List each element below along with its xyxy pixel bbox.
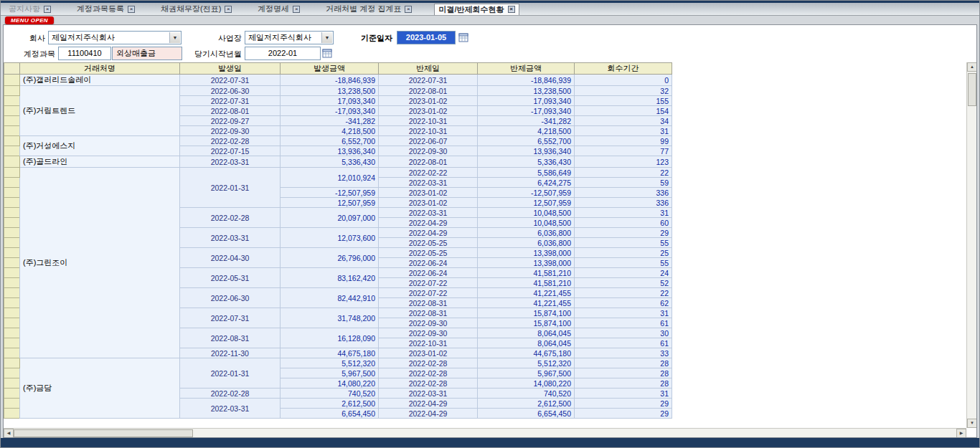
settle-amount-cell[interactable]: 2,612,500 <box>478 399 575 409</box>
settle-amount-cell[interactable]: 41,221,455 <box>478 298 575 308</box>
collect-days-cell[interactable]: 336 <box>575 188 672 198</box>
row-selector[interactable] <box>4 198 20 208</box>
occur-amount-cell[interactable]: 44,675,180 <box>281 348 379 358</box>
settle-amount-cell[interactable]: 6,424,275 <box>478 178 575 188</box>
row-selector[interactable] <box>4 378 20 389</box>
settle-date-cell[interactable]: 2022-05-25 <box>379 238 478 248</box>
settle-date-cell[interactable]: 2022-09-30 <box>379 146 478 156</box>
settle-date-cell[interactable]: 2022-04-29 <box>379 218 478 228</box>
tab-close-icon[interactable]: × <box>225 6 232 13</box>
customer-cell[interactable]: (주)골드라인 <box>20 156 180 168</box>
tab-1[interactable]: 계정과목등록× <box>73 4 138 15</box>
settle-date-cell[interactable]: 2022-07-31 <box>379 75 478 86</box>
settle-date-cell[interactable]: 2022-02-28 <box>379 368 478 378</box>
vertical-scroll-thumb[interactable] <box>968 73 976 106</box>
settle-date-cell[interactable]: 2022-02-22 <box>379 168 478 178</box>
occur-amount-cell[interactable]: -18,846,939 <box>281 75 379 86</box>
settle-amount-cell[interactable]: 4,218,500 <box>478 126 575 136</box>
occur-amount-cell[interactable]: 4,218,500 <box>281 126 379 136</box>
tab-close-icon[interactable]: × <box>44 6 51 13</box>
start-month-input[interactable]: 2022-01 <box>245 47 321 60</box>
settle-amount-cell[interactable]: -17,093,340 <box>478 106 575 116</box>
collect-days-cell[interactable]: 31 <box>575 126 672 136</box>
occur-date-cell[interactable]: 2022-03-31 <box>180 228 281 248</box>
occur-date-cell[interactable]: 2022-07-15 <box>180 146 281 156</box>
row-selector[interactable] <box>4 348 20 358</box>
occur-date-cell[interactable]: 2022-03-31 <box>180 399 281 419</box>
chevron-down-icon[interactable]: ▼ <box>169 32 180 43</box>
settle-date-cell[interactable]: 2022-06-24 <box>379 258 478 268</box>
collect-days-cell[interactable]: 28 <box>575 368 672 378</box>
row-selector[interactable] <box>4 126 20 136</box>
tab-5[interactable]: 미결/반제회수현황× <box>434 4 519 15</box>
collect-days-cell[interactable]: 0 <box>575 75 672 86</box>
tab-close-icon[interactable]: × <box>128 6 135 13</box>
customer-cell[interactable]: (주)금담 <box>20 358 180 419</box>
occur-date-cell[interactable]: 2022-02-28 <box>180 389 281 399</box>
settle-date-cell[interactable]: 2022-08-01 <box>379 86 478 96</box>
settle-amount-cell[interactable]: 6,036,800 <box>478 228 575 238</box>
collect-days-cell[interactable]: 25 <box>575 248 672 258</box>
settle-amount-cell[interactable]: 13,398,000 <box>478 248 575 258</box>
settle-date-cell[interactable]: 2023-01-02 <box>379 198 478 208</box>
occur-amount-cell[interactable]: 2,612,500 <box>281 399 379 409</box>
settle-date-cell[interactable]: 2022-08-31 <box>379 308 478 318</box>
settle-amount-cell[interactable]: 13,398,000 <box>478 258 575 268</box>
occur-amount-cell[interactable]: 740,520 <box>281 389 379 399</box>
settle-amount-cell[interactable]: 740,520 <box>478 389 575 399</box>
row-selector[interactable] <box>4 218 20 228</box>
customer-cell[interactable]: (주)그린조이 <box>20 168 180 358</box>
settle-amount-cell[interactable]: -341,282 <box>478 116 575 126</box>
collect-days-cell[interactable]: 61 <box>575 338 672 348</box>
occur-date-cell[interactable]: 2022-02-28 <box>180 208 281 228</box>
occur-amount-cell[interactable]: 20,097,000 <box>281 208 379 228</box>
collect-days-cell[interactable]: 31 <box>575 208 672 218</box>
occur-amount-cell[interactable]: 6,654,450 <box>281 409 379 419</box>
settle-date-cell[interactable]: 2022-07-22 <box>379 288 478 298</box>
occur-amount-cell[interactable]: -17,093,340 <box>281 106 379 116</box>
tab-3[interactable]: 계정명세× <box>254 4 303 15</box>
settle-amount-cell[interactable]: 15,874,100 <box>478 318 575 328</box>
settle-amount-cell[interactable]: 13,936,340 <box>478 146 575 156</box>
row-selector[interactable] <box>4 328 20 338</box>
occur-date-cell[interactable]: 2022-07-31 <box>180 308 281 328</box>
menu-open-button[interactable]: MENU OPEN <box>5 16 54 24</box>
collect-days-cell[interactable]: 336 <box>575 198 672 208</box>
occur-date-cell[interactable]: 2022-01-31 <box>180 168 281 208</box>
collect-days-cell[interactable]: 60 <box>575 218 672 228</box>
scroll-right-icon[interactable]: ▶ <box>956 429 966 438</box>
settle-amount-cell[interactable]: 15,874,100 <box>478 308 575 318</box>
row-selector[interactable] <box>4 146 20 156</box>
occur-date-cell[interactable]: 2022-06-30 <box>180 288 281 308</box>
settle-date-cell[interactable]: 2023-01-02 <box>379 96 478 106</box>
base-date-input[interactable]: 2023-01-05 <box>397 31 456 44</box>
row-selector[interactable] <box>4 368 20 378</box>
collect-days-cell[interactable]: 28 <box>575 378 672 389</box>
occur-date-cell[interactable]: 2022-11-30 <box>180 348 281 358</box>
occur-amount-cell[interactable]: 5,512,320 <box>281 358 379 368</box>
vertical-scrollbar[interactable]: ▲ ▼ <box>966 62 976 428</box>
occur-date-cell[interactable]: 2022-02-28 <box>180 136 281 146</box>
occur-amount-cell[interactable]: 13,936,340 <box>281 146 379 156</box>
collect-days-cell[interactable]: 61 <box>575 318 672 328</box>
settle-amount-cell[interactable]: 44,675,180 <box>478 348 575 358</box>
customer-cell[interactable]: (주)갤러리드솔레이 <box>20 75 180 86</box>
occur-amount-cell[interactable]: 14,080,220 <box>281 378 379 389</box>
row-selector[interactable] <box>4 248 20 258</box>
horizontal-scrollbar[interactable]: ◀ ▶ <box>4 428 966 437</box>
settle-amount-cell[interactable]: 8,064,045 <box>478 328 575 338</box>
row-selector[interactable] <box>4 168 20 178</box>
row-selector[interactable] <box>4 228 20 238</box>
account-name-field[interactable]: 외상매출금 <box>112 47 182 60</box>
settle-date-cell[interactable]: 2022-08-01 <box>379 156 478 168</box>
occur-date-cell[interactable]: 2022-03-31 <box>180 156 281 168</box>
occur-date-cell[interactable]: 2022-04-30 <box>180 248 281 268</box>
collect-days-cell[interactable]: 29 <box>575 409 672 419</box>
row-selector[interactable] <box>4 298 20 308</box>
collect-days-cell[interactable]: 55 <box>575 258 672 268</box>
collect-days-cell[interactable]: 22 <box>575 168 672 178</box>
occur-date-cell[interactable]: 2022-08-01 <box>180 106 281 116</box>
settle-amount-cell[interactable]: 41,581,210 <box>478 278 575 288</box>
settle-amount-cell[interactable]: 14,080,220 <box>478 378 575 389</box>
settle-amount-cell[interactable]: 6,036,800 <box>478 238 575 248</box>
